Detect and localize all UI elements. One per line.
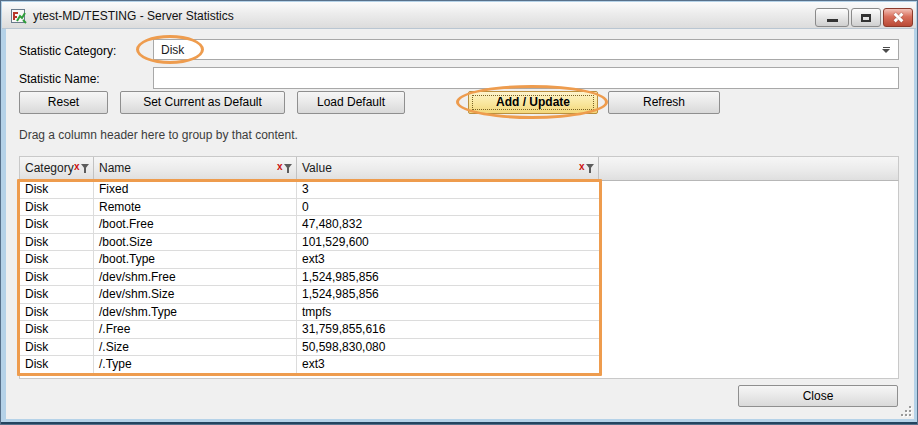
cell-value[interactable]: 1,524,985,856 bbox=[297, 286, 600, 303]
minimize-icon bbox=[827, 19, 838, 22]
cell-name[interactable]: /.Free bbox=[94, 321, 297, 338]
add-update-button[interactable]: Add / Update bbox=[468, 91, 598, 114]
grid-rows: Disk Fixed 3 Disk Remote 0 Disk /boot.Fr… bbox=[19, 181, 899, 379]
cell-name[interactable]: /boot.Free bbox=[94, 216, 297, 233]
maximize-icon bbox=[861, 14, 871, 22]
column-header-value[interactable]: Value x bbox=[297, 157, 599, 180]
cell-value[interactable]: 47,480,832 bbox=[297, 216, 600, 233]
column-header-name[interactable]: Name x bbox=[94, 157, 297, 180]
close-window-button[interactable] bbox=[883, 8, 913, 27]
cell-name[interactable]: /.Type bbox=[94, 356, 297, 373]
statistic-category-value: Disk bbox=[161, 42, 184, 58]
table-row[interactable]: Disk Fixed 3 bbox=[20, 181, 600, 199]
app-icon bbox=[11, 8, 27, 24]
cell-category[interactable]: Disk bbox=[20, 269, 94, 286]
cell-value[interactable]: 50,598,830,080 bbox=[297, 339, 600, 356]
refresh-button[interactable]: Refresh bbox=[608, 91, 720, 114]
cell-category[interactable]: Disk bbox=[20, 251, 94, 268]
combobox-dropdown-button[interactable] bbox=[875, 41, 897, 58]
reset-button[interactable]: Reset bbox=[19, 91, 108, 114]
grid-header: Category x Name x Value x bbox=[19, 156, 899, 181]
cell-category[interactable]: Disk bbox=[20, 321, 94, 338]
resize-grip-icon[interactable] bbox=[899, 404, 911, 416]
cell-value[interactable]: 1,524,985,856 bbox=[297, 269, 600, 286]
close-button[interactable]: Close bbox=[738, 385, 898, 407]
cell-name[interactable]: /dev/shm.Size bbox=[94, 286, 297, 303]
cell-value[interactable]: ext3 bbox=[297, 251, 600, 268]
group-by-hint: Drag a column header here to group by th… bbox=[19, 128, 298, 142]
statistic-category-label: Statistic Category: bbox=[19, 43, 116, 59]
maximize-button[interactable] bbox=[851, 8, 881, 27]
server-statistics-window: ytest-MD/TESTING - Server Statistics Sta… bbox=[0, 0, 918, 425]
column-header-empty bbox=[599, 157, 898, 180]
table-row[interactable]: Disk /.Size 50,598,830,080 bbox=[20, 339, 600, 357]
cell-value[interactable]: 3 bbox=[297, 181, 600, 198]
chevron-down-icon bbox=[883, 47, 890, 48]
column-header-category[interactable]: Category x bbox=[20, 157, 94, 180]
cell-category[interactable]: Disk bbox=[20, 356, 94, 373]
cell-category[interactable]: Disk bbox=[20, 199, 94, 216]
filter-funnel-icon[interactable]: x bbox=[277, 163, 293, 174]
window-title: ytest-MD/TESTING - Server Statistics bbox=[33, 9, 234, 23]
table-row[interactable]: Disk /.Type ext3 bbox=[20, 356, 600, 374]
cell-name[interactable]: /boot.Size bbox=[94, 234, 297, 251]
load-default-button[interactable]: Load Default bbox=[297, 91, 405, 114]
cell-value[interactable]: 101,529,600 bbox=[297, 234, 600, 251]
table-row[interactable]: Disk Remote 0 bbox=[20, 199, 600, 217]
cell-value[interactable]: tmpfs bbox=[297, 304, 600, 321]
table-row[interactable]: Disk /dev/shm.Free 1,524,985,856 bbox=[20, 269, 600, 287]
cell-name[interactable]: /dev/shm.Type bbox=[94, 304, 297, 321]
cell-category[interactable]: Disk bbox=[20, 216, 94, 233]
minimize-button[interactable] bbox=[815, 8, 849, 27]
cell-value[interactable]: 31,759,855,616 bbox=[297, 321, 600, 338]
titlebar[interactable]: ytest-MD/TESTING - Server Statistics bbox=[2, 2, 916, 29]
cell-category[interactable]: Disk bbox=[20, 304, 94, 321]
cell-category[interactable]: Disk bbox=[20, 181, 94, 198]
statistic-name-label: Statistic Name: bbox=[19, 71, 100, 87]
window-bottom-edge bbox=[1, 422, 917, 424]
cell-value[interactable]: ext3 bbox=[297, 356, 600, 373]
table-row[interactable]: Disk /boot.Size 101,529,600 bbox=[20, 234, 600, 252]
set-current-as-default-button[interactable]: Set Current as Default bbox=[120, 91, 285, 114]
cell-category[interactable]: Disk bbox=[20, 234, 94, 251]
filter-funnel-icon[interactable]: x bbox=[74, 163, 90, 174]
cell-name[interactable]: /boot.Type bbox=[94, 251, 297, 268]
cell-name[interactable]: /.Size bbox=[94, 339, 297, 356]
cell-name[interactable]: Fixed bbox=[94, 181, 297, 198]
statistic-category-combobox[interactable]: Disk bbox=[153, 39, 899, 60]
table-row[interactable]: Disk /dev/shm.Size 1,524,985,856 bbox=[20, 286, 600, 304]
table-row[interactable]: Disk /dev/shm.Type tmpfs bbox=[20, 304, 600, 322]
table-row[interactable]: Disk /.Free 31,759,855,616 bbox=[20, 321, 600, 339]
close-icon bbox=[893, 12, 904, 23]
cell-name[interactable]: /dev/shm.Free bbox=[94, 269, 297, 286]
table-row[interactable]: Disk /boot.Type ext3 bbox=[20, 251, 600, 269]
cell-name[interactable]: Remote bbox=[94, 199, 297, 216]
statistic-name-input[interactable] bbox=[153, 67, 899, 89]
table-row[interactable]: Disk /boot.Free 47,480,832 bbox=[20, 216, 600, 234]
filter-funnel-icon[interactable]: x bbox=[579, 163, 595, 174]
cell-category[interactable]: Disk bbox=[20, 286, 94, 303]
cell-value[interactable]: 0 bbox=[297, 199, 600, 216]
cell-category[interactable]: Disk bbox=[20, 339, 94, 356]
